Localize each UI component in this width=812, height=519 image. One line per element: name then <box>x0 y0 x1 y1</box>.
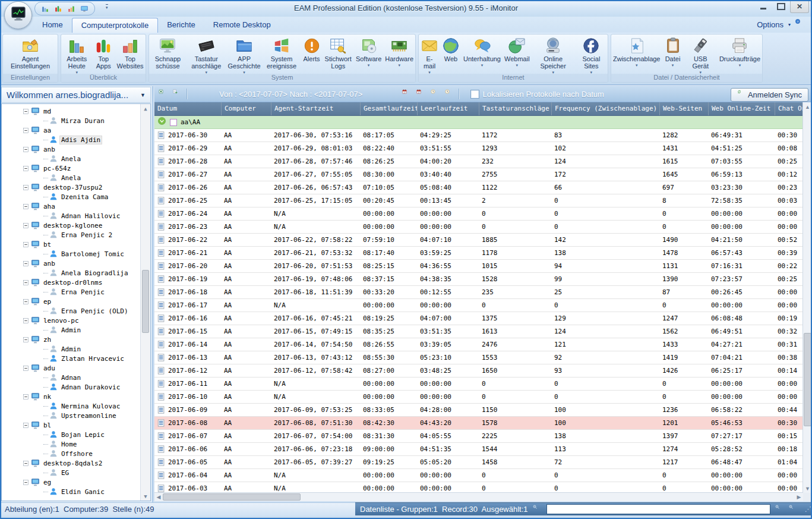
calendar-to-icon[interactable]: 17 <box>416 89 426 99</box>
ribbon-button-zwischenablage[interactable]: Zwischenablage▾ <box>611 36 662 67</box>
table-row[interactable]: 2017-06-05AA2017-06-05, 07:39:2709:19:25… <box>154 456 803 469</box>
top-websites-chart-icon[interactable] <box>67 4 76 14</box>
tree-user-anela[interactable]: Anela <box>2 173 140 183</box>
collapse-icon[interactable] <box>23 461 29 466</box>
tree-user-adis-ajdin[interactable]: Adis Ajdin <box>2 135 140 144</box>
table-row[interactable]: 2017-06-10AAN/A00:00:0000:00:0000000:00:… <box>154 391 803 404</box>
table-row[interactable]: 2017-06-12AA2017-06-12, 07:58:4208:27:00… <box>154 364 803 378</box>
scroll-down-icon[interactable]: ▼ <box>803 484 812 493</box>
table-row[interactable]: 2017-06-26AA2017-06-26, 06:57:4307:10:05… <box>154 181 803 194</box>
ribbon-button-top-apps[interactable]: Top Apps <box>93 36 115 70</box>
tree-user-eldin-ganic[interactable]: Eldin Ganic <box>2 487 140 496</box>
zoom-in-icon[interactable] <box>789 505 798 514</box>
ribbon-button-hardware[interactable]: Hardware▾ <box>383 36 415 67</box>
ribbon-button-social-sites[interactable]: Social Sites▾ <box>575 36 608 74</box>
collapse-icon[interactable] <box>23 204 29 209</box>
resize-grip[interactable]: ⋰ <box>805 505 812 513</box>
tree-computer-desktop-dr0lnms[interactable]: desktop-dr0lnms <box>2 278 140 287</box>
minimize-button[interactable] <box>754 0 772 12</box>
ribbon-button-schnapp-sch-sse[interactable]: Schnapp schüsse <box>149 36 187 70</box>
tab-computerprotokolle[interactable]: Computerprotokolle <box>72 18 158 33</box>
tree-computer-desktop-kglonee[interactable]: desktop-kglonee <box>2 221 140 230</box>
ribbon-button-tastatur-anschl-ge[interactable]: Tastatur anschläge▾ <box>187 36 226 74</box>
tree-user-mirza-duran[interactable]: Mirza Duran <box>2 116 140 125</box>
collapse-icon[interactable] <box>23 299 29 304</box>
tree-computer-pc-654z[interactable]: pc-654z <box>2 163 140 173</box>
collapse-icon[interactable] <box>23 185 29 190</box>
scroll-up-icon[interactable]: ▲ <box>803 102 812 111</box>
tree-computer-nk[interactable]: nk <box>2 392 140 401</box>
collapse-icon[interactable] <box>23 423 29 428</box>
tree-user-adnan[interactable]: Adnan <box>2 373 140 382</box>
tree-computer-aha[interactable]: aha <box>2 202 140 211</box>
zoom-out-icon[interactable] <box>775 505 784 514</box>
html-export-icon[interactable] <box>172 89 183 99</box>
column-header-chat-online-zeit[interactable]: Chat Online-Zeit <box>775 102 803 115</box>
tree-user-eg[interactable]: EG <box>2 468 140 477</box>
table-row[interactable]: 2017-06-25AA2017-06-25, 17:15:0500:20:45… <box>154 194 803 207</box>
column-header-web-online-zeit[interactable]: Web Online-Zeit <box>708 102 775 115</box>
collapse-icon[interactable] <box>23 366 29 371</box>
localize-checkbox[interactable] <box>471 90 479 98</box>
tree-computer-md[interactable]: md <box>2 106 140 116</box>
table-row[interactable]: 2017-06-11AAN/A00:00:0000:00:0000000:00:… <box>154 378 803 391</box>
options-button[interactable]: Options <box>757 20 783 29</box>
table-row[interactable]: 2017-06-23AAN/A00:00:0000:00:0000000:00:… <box>154 221 803 234</box>
calendar-from-icon[interactable]: 17 <box>402 89 412 99</box>
table-row[interactable]: 2017-06-07AA2017-06-07, 07:54:0008:31:30… <box>154 430 803 443</box>
tree-user-anela-biogradlija[interactable]: Anela Biogradlija <box>2 268 140 278</box>
top-apps-chart-icon[interactable] <box>53 4 63 14</box>
collapse-icon[interactable] <box>23 147 29 152</box>
search-input[interactable] <box>546 504 770 514</box>
tree-user-dzenita-cama[interactable]: Dzenita Cama <box>2 192 140 202</box>
ribbon-button-stichwort-logs[interactable]: Stichwort Logs <box>323 36 354 70</box>
maximize-button[interactable] <box>772 0 790 12</box>
tree-computer-zh[interactable]: zh <box>2 335 140 344</box>
tree-computer-bl[interactable]: bl <box>2 420 140 430</box>
tree-scrollbar[interactable]: ▲ ▼ <box>140 104 150 501</box>
tree-user-erna-penjic-old[interactable]: Erna Penjic (OLD) <box>2 306 140 316</box>
column-header-agent-startzeit[interactable]: Agent-Startzeit <box>271 102 360 115</box>
tree-computer-lenovo-pc[interactable]: lenovo-pc <box>2 316 140 325</box>
table-row[interactable]: 2017-06-14AA2017-06-14, 07:54:5008:26:55… <box>154 338 803 351</box>
table-row[interactable]: 2017-06-09AA2017-06-09, 07:53:2508:33:05… <box>154 404 803 417</box>
column-header-gesamtlaufzeit[interactable]: Gesamtlaufzeit <box>360 102 417 115</box>
vertical-scrollbar[interactable]: ▲ ▼ <box>802 102 812 493</box>
column-header-tastaturanschl-ge[interactable]: Tastaturanschläge <box>479 102 551 115</box>
excel-export-icon[interactable] <box>158 89 169 99</box>
collapse-icon[interactable] <box>23 242 29 247</box>
collapse-icon[interactable] <box>23 394 29 400</box>
ribbon-button-usb-ger-t[interactable]: USB Gerät▾ <box>684 36 718 74</box>
table-row[interactable]: 2017-06-28AA2017-06-28, 07:57:4608:26:25… <box>154 155 803 168</box>
scroll-down-icon[interactable]: ▼ <box>141 492 150 501</box>
ribbon-button-online-speicher[interactable]: Online Speicher▾ <box>532 36 575 74</box>
table-row[interactable]: 2017-06-15AA2017-06-15, 07:49:1508:35:25… <box>154 325 803 338</box>
clock-to-icon[interactable] <box>444 89 455 99</box>
collapse-icon[interactable] <box>23 223 29 228</box>
collapse-icon[interactable] <box>23 261 29 266</box>
tab-home[interactable]: Home <box>33 18 72 33</box>
ribbon-button-app-geschichte[interactable]: APP Geschichte▾ <box>226 36 263 74</box>
collapse-icon[interactable] <box>23 480 29 485</box>
group-row[interactable]: aa\AA <box>154 116 803 129</box>
ribbon-button-unterhaltung[interactable]: Unterhaltung▾ <box>462 36 503 67</box>
ribbon-button-arbeits-heute[interactable]: Arbeits Heute▾ <box>61 36 93 74</box>
app-menu-button[interactable] <box>4 1 32 29</box>
ribbon-button-e-mail[interactable]: E-mail▾ <box>419 36 440 74</box>
tree-computer-anb[interactable]: anb <box>2 259 140 268</box>
collapse-icon[interactable] <box>23 318 29 323</box>
table-row[interactable]: 2017-06-20AA2017-06-20, 07:51:5308:25:15… <box>154 260 803 273</box>
ribbon-button-system-ereignisse[interactable]: System ereignisse <box>263 36 301 70</box>
bar-chart-icon[interactable] <box>40 4 50 14</box>
column-header-computer[interactable]: Computer <box>221 102 271 115</box>
tree-user-admin[interactable]: Admin <box>2 344 140 354</box>
collapse-icon[interactable] <box>23 128 29 133</box>
tree-user-home[interactable]: Home <box>2 439 140 449</box>
vertical-scrollbar-thumb[interactable] <box>804 333 811 426</box>
ribbon-button-software[interactable]: Software▾ <box>354 36 383 67</box>
welcome-header[interactable]: Wilkommen arnes.biogradlija... ▼ <box>1 87 151 103</box>
ribbon-button-web[interactable]: Web <box>440 36 462 62</box>
help-icon[interactable]: ? <box>795 19 805 30</box>
tree-computer-adu[interactable]: adu <box>2 363 140 373</box>
tree-user-erna-penjic-2[interactable]: Erna Penjic 2 <box>2 230 140 240</box>
